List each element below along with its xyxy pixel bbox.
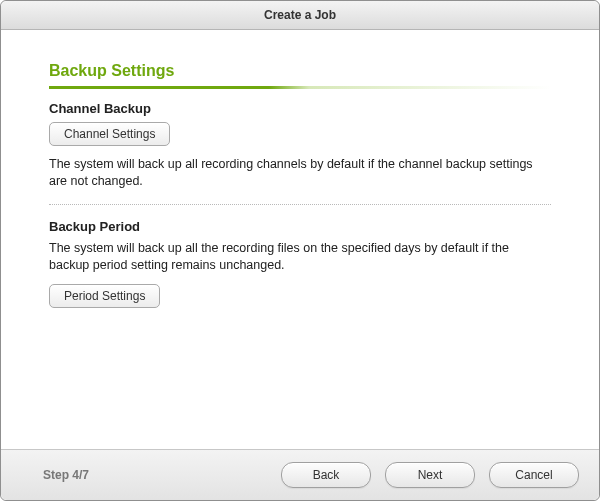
dialog-body: Backup Settings Channel Backup Channel S… [1,30,599,449]
period-settings-button[interactable]: Period Settings [49,284,160,308]
step-indicator: Step 4/7 [43,468,89,482]
page-heading: Backup Settings [49,62,551,80]
heading-divider [49,86,551,89]
backup-period-title: Backup Period [49,219,551,234]
cancel-button[interactable]: Cancel [489,462,579,488]
dialog-window: Create a Job Backup Settings Channel Bac… [0,0,600,501]
backup-period-description: The system will back up all the recordin… [49,240,551,274]
content-area: Backup Settings Channel Backup Channel S… [7,36,593,308]
channel-settings-button[interactable]: Channel Settings [49,122,170,146]
section-divider [49,204,551,205]
window-title: Create a Job [1,1,599,30]
back-button[interactable]: Back [281,462,371,488]
channel-backup-description: The system will back up all recording ch… [49,156,551,190]
channel-backup-title: Channel Backup [49,101,551,116]
dialog-footer: Step 4/7 Back Next Cancel [1,449,599,500]
next-button[interactable]: Next [385,462,475,488]
